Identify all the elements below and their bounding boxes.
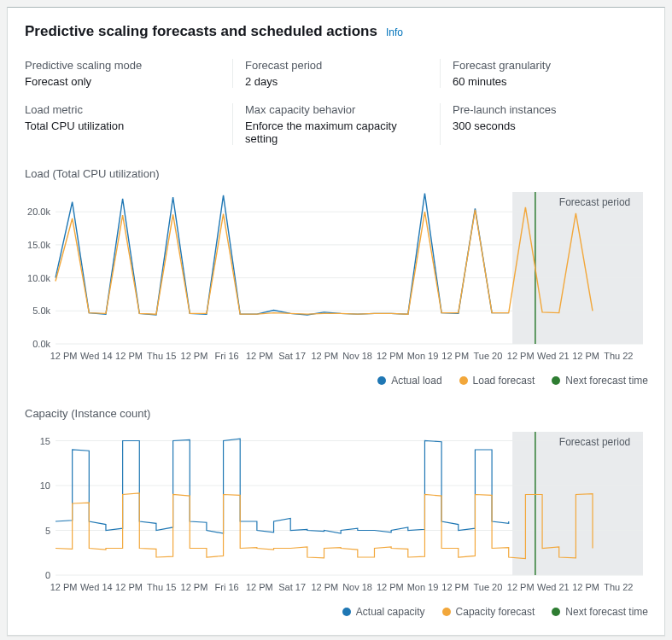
svg-text:12 PM: 12 PM — [311, 582, 338, 592]
load-chart-title: Load (Total CPU utilization) — [25, 167, 647, 180]
svg-text:Wed 21: Wed 21 — [537, 582, 570, 592]
svg-rect-0 — [512, 192, 643, 344]
svg-text:12 PM: 12 PM — [377, 351, 404, 361]
info-link[interactable]: Info — [386, 26, 403, 38]
legend-label: Actual load — [391, 375, 441, 387]
swatch-forecast-icon — [442, 608, 451, 616]
kv-value: Enforce the maximum capacity setting — [245, 119, 431, 145]
svg-text:12 PM: 12 PM — [441, 582, 469, 592]
capacity-chart-section: Capacity (Instance count) 05101512 PMWed… — [25, 407, 647, 618]
kv-scaling-mode: Predictive scaling mode Forecast only — [25, 59, 232, 88]
swatch-actual-icon — [342, 608, 351, 616]
swatch-forecast-icon — [459, 376, 468, 385]
legend-label: Next forecast time — [565, 375, 648, 387]
kv-label: Forecast granularity — [453, 59, 639, 72]
svg-text:12 PM: 12 PM — [572, 582, 599, 592]
svg-text:12 PM: 12 PM — [377, 582, 404, 592]
svg-text:20.0k: 20.0k — [27, 207, 50, 217]
load-chart: 0.0k5.0k10.0k15.0k20.0k12 PMWed 1412 PMT… — [25, 185, 648, 364]
legend-capacity-forecast: Capacity forecast — [442, 606, 535, 618]
kv-label: Pre-launch instances — [453, 103, 639, 116]
svg-text:Thu 22: Thu 22 — [604, 351, 633, 361]
svg-text:0: 0 — [45, 570, 50, 580]
kv-load-metric: Load metric Total CPU utilization — [25, 103, 232, 145]
kv-label: Forecast period — [245, 59, 431, 72]
legend-next-forecast-time: Next forecast time — [552, 606, 648, 618]
kv-forecast-period: Forecast period 2 days — [232, 59, 440, 88]
svg-text:Tue 20: Tue 20 — [474, 582, 503, 592]
svg-text:12 PM: 12 PM — [246, 351, 273, 361]
svg-text:5.0k: 5.0k — [32, 305, 50, 316]
swatch-next-icon — [552, 376, 560, 385]
svg-text:Wed 14: Wed 14 — [80, 351, 113, 361]
svg-text:0.0k: 0.0k — [32, 339, 50, 349]
details-grid: Predictive scaling mode Forecast only Fo… — [25, 59, 647, 145]
svg-text:5: 5 — [45, 526, 50, 536]
legend-label: Capacity forecast — [456, 606, 535, 618]
svg-text:Mon 19: Mon 19 — [407, 582, 439, 592]
legend-label: Load forecast — [473, 375, 535, 387]
svg-text:Fri 16: Fri 16 — [215, 351, 239, 361]
legend-load-forecast: Load forecast — [459, 375, 535, 387]
svg-text:Thu 22: Thu 22 — [604, 582, 633, 592]
predictive-scaling-panel: Predictive scaling forecasts and schedul… — [7, 7, 665, 636]
svg-text:10.0k: 10.0k — [27, 273, 50, 283]
svg-text:Forecast period: Forecast period — [559, 196, 630, 208]
svg-text:Sat 17: Sat 17 — [278, 351, 306, 361]
svg-text:15: 15 — [40, 436, 50, 446]
svg-text:Forecast period: Forecast period — [559, 436, 630, 448]
svg-text:12 PM: 12 PM — [181, 351, 208, 361]
svg-text:12 PM: 12 PM — [50, 351, 78, 361]
kv-value: 300 seconds — [453, 119, 639, 132]
svg-rect-31 — [512, 432, 643, 575]
svg-text:12 PM: 12 PM — [441, 351, 469, 361]
legend-label: Next forecast time — [565, 606, 648, 618]
kv-forecast-granularity: Forecast granularity 60 minutes — [440, 59, 647, 88]
legend-label: Actual capacity — [356, 606, 425, 618]
svg-text:Tue 20: Tue 20 — [474, 351, 503, 361]
panel-title: Predictive scaling forecasts and schedul… — [25, 23, 377, 40]
load-legend: Actual load Load forecast Next forecast … — [25, 375, 648, 387]
svg-text:12 PM: 12 PM — [181, 582, 208, 592]
kv-label: Max capacity behavior — [245, 103, 431, 116]
svg-text:12 PM: 12 PM — [115, 582, 143, 592]
svg-text:12 PM: 12 PM — [507, 582, 535, 592]
svg-text:Wed 14: Wed 14 — [80, 582, 113, 592]
svg-text:15.0k: 15.0k — [27, 240, 50, 250]
swatch-next-icon — [552, 608, 560, 616]
svg-text:Sat 17: Sat 17 — [278, 582, 306, 592]
svg-text:Nov 18: Nov 18 — [342, 351, 372, 361]
kv-value: Total CPU utilization — [25, 119, 224, 132]
svg-text:12 PM: 12 PM — [572, 351, 599, 361]
svg-text:12 PM: 12 PM — [311, 351, 338, 361]
load-chart-svg: 0.0k5.0k10.0k15.0k20.0k12 PMWed 1412 PMT… — [25, 185, 648, 364]
svg-text:Nov 18: Nov 18 — [342, 582, 372, 592]
legend-next-forecast-time: Next forecast time — [552, 375, 648, 387]
capacity-legend: Actual capacity Capacity forecast Next f… — [25, 606, 648, 618]
svg-text:Fri 16: Fri 16 — [215, 582, 239, 592]
legend-actual-load: Actual load — [377, 375, 441, 387]
kv-pre-launch-instances: Pre-launch instances 300 seconds — [440, 103, 647, 145]
kv-value: 2 days — [245, 75, 431, 88]
svg-text:Mon 19: Mon 19 — [407, 351, 439, 361]
svg-text:10: 10 — [40, 480, 50, 491]
capacity-chart: 05101512 PMWed 1412 PMThu 1512 PMFri 161… — [25, 425, 648, 596]
kv-value: Forecast only — [25, 75, 224, 88]
kv-label: Load metric — [25, 103, 224, 116]
panel-header: Predictive scaling forecasts and schedul… — [25, 23, 647, 40]
svg-text:Thu 15: Thu 15 — [147, 351, 176, 361]
svg-text:Thu 15: Thu 15 — [147, 582, 176, 592]
svg-text:Wed 21: Wed 21 — [537, 351, 570, 361]
swatch-actual-icon — [377, 376, 386, 385]
svg-text:12 PM: 12 PM — [115, 351, 143, 361]
svg-text:12 PM: 12 PM — [50, 582, 78, 592]
legend-actual-capacity: Actual capacity — [342, 606, 425, 618]
capacity-chart-title: Capacity (Instance count) — [25, 407, 647, 420]
svg-text:12 PM: 12 PM — [507, 351, 535, 361]
capacity-chart-svg: 05101512 PMWed 1412 PMThu 1512 PMFri 161… — [25, 425, 648, 596]
kv-label: Predictive scaling mode — [25, 59, 224, 72]
kv-value: 60 minutes — [453, 75, 639, 88]
svg-text:12 PM: 12 PM — [246, 582, 273, 592]
load-chart-section: Load (Total CPU utilization) 0.0k5.0k10.… — [25, 167, 647, 387]
kv-max-capacity-behavior: Max capacity behavior Enforce the maximu… — [232, 103, 440, 145]
